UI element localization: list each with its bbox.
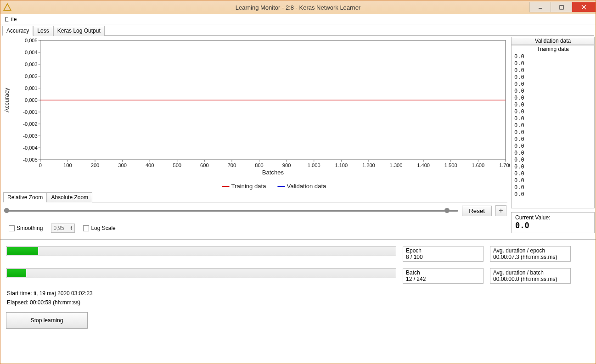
data-list-item: 0.0: [514, 122, 591, 129]
svg-text:Training data: Training data: [231, 183, 267, 190]
side-tab-training[interactable]: Training data: [511, 45, 595, 53]
svg-text:0,004: 0,004: [25, 50, 38, 55]
smoothing-spinner[interactable]: 0,95 ▲▼: [51, 224, 75, 233]
svg-text:300: 300: [118, 162, 127, 168]
epoch-label: Epoch: [406, 247, 480, 254]
data-list-item: 0.0: [514, 184, 591, 191]
start-time: Start time: ti, 19 maj 2020 03:02:23: [6, 290, 590, 297]
zoom-tabs: Relative Zoom Absolute Zoom: [3, 192, 507, 202]
window-title: Learning Monitor - 2:8 - Keras Network L…: [0, 4, 596, 11]
svg-text:0,003: 0,003: [25, 62, 38, 67]
avg-batch-label: Avg. duration / batch: [493, 269, 568, 276]
svg-text:0,002: 0,002: [25, 73, 38, 79]
svg-text:0,000: 0,000: [25, 97, 38, 103]
tab-loss[interactable]: Loss: [33, 26, 53, 36]
svg-text:900: 900: [282, 162, 291, 168]
data-list-item: 0.0: [514, 143, 591, 150]
tab-keras-log[interactable]: Keras Log Output: [53, 26, 105, 36]
svg-text:400: 400: [146, 162, 154, 168]
tab-accuracy[interactable]: Accuracy: [2, 26, 33, 36]
titlebar: Learning Monitor - 2:8 - Keras Network L…: [0, 0, 596, 14]
svg-text:-0,002: -0,002: [23, 121, 37, 127]
menu-file[interactable]: File: [2, 15, 22, 23]
stop-learning-button[interactable]: Stop learning: [6, 312, 88, 329]
reset-zoom-button[interactable]: Reset: [462, 206, 492, 216]
batch-value: 12 / 242: [406, 276, 480, 282]
svg-rect-2: [560, 6, 563, 9]
expand-button[interactable]: +: [495, 205, 506, 216]
svg-text:1.000: 1.000: [308, 162, 320, 168]
current-value-box: Current Value: 0.0: [511, 212, 595, 233]
data-list-item: 0.0: [514, 163, 591, 170]
svg-text:0: 0: [39, 162, 42, 168]
data-list-item: 0.0: [514, 95, 591, 101]
data-list-item: 0.0: [514, 115, 591, 122]
spinner-arrows-icon: ▲▼: [70, 226, 73, 230]
svg-text:500: 500: [173, 162, 182, 168]
smoothing-value: 0,95: [53, 225, 64, 231]
current-value: 0.0: [515, 221, 590, 230]
zoom-slider[interactable]: [4, 209, 458, 212]
svg-text:Accuracy: Accuracy: [3, 88, 10, 112]
data-list-item: 0.0: [514, 67, 591, 74]
data-list-item: 0.0: [514, 74, 591, 81]
data-list-item: 0.0: [514, 170, 591, 177]
svg-text:-0,001: -0,001: [23, 109, 37, 115]
data-list-item: 0.0: [514, 101, 591, 108]
epoch-progress-bar: [6, 246, 396, 256]
data-list-item: 0.0: [514, 88, 591, 95]
batch-progress-bar: [6, 268, 396, 278]
app-window: Learning Monitor - 2:8 - Keras Network L…: [0, 0, 596, 364]
epoch-info: Epoch 8 / 100: [403, 246, 484, 262]
data-list-item: 0.0: [514, 60, 591, 67]
checkbox-icon: [9, 225, 15, 231]
tab-absolute-zoom[interactable]: Absolute Zoom: [47, 192, 92, 202]
logscale-label: Log Scale: [91, 225, 115, 231]
epoch-value: 8 / 100: [406, 254, 480, 260]
data-list-item: 0.0: [514, 108, 591, 115]
svg-text:800: 800: [255, 162, 264, 168]
data-values-list[interactable]: 0.00.00.00.00.00.00.00.00.00.00.00.00.00…: [511, 53, 595, 208]
svg-text:200: 200: [91, 162, 100, 168]
data-list-item: 0.0: [514, 177, 591, 184]
batch-progress-fill: [7, 269, 26, 277]
avg-epoch-label: Avg. duration / epoch: [493, 247, 568, 254]
svg-text:1.700: 1.700: [499, 162, 510, 168]
data-list-item: 0.0: [514, 150, 591, 157]
close-button[interactable]: [572, 2, 596, 12]
svg-text:Batches: Batches: [262, 169, 284, 176]
svg-text:0,001: 0,001: [25, 85, 38, 91]
data-list-item: 0.0: [514, 81, 591, 88]
plot-area: -0,005-0,004-0,003-0,002-0,0010,0000,001…: [3, 38, 510, 190]
zoom-slider-thumb-left[interactable]: [4, 208, 9, 213]
batch-label: Batch: [406, 269, 480, 276]
avg-epoch-value: 00:00:07.3 (hh:mm:ss.ms): [493, 254, 568, 260]
current-value-label: Current Value:: [515, 214, 590, 221]
maximize-button[interactable]: [551, 2, 572, 12]
zoom-slider-thumb-right[interactable]: [444, 208, 450, 213]
elapsed-time: Elapsed: 00:00:58 (hh:mm:ss): [6, 299, 590, 306]
logscale-checkbox[interactable]: Log Scale: [83, 225, 115, 231]
svg-text:1.500: 1.500: [444, 162, 457, 168]
svg-text:-0,004: -0,004: [23, 145, 37, 151]
avg-batch-info: Avg. duration / batch 00:00:00.0 (hh:mm:…: [490, 268, 571, 284]
data-list-item: 0.0: [514, 157, 591, 163]
svg-text:1.600: 1.600: [472, 162, 484, 168]
minimize-button[interactable]: [529, 2, 551, 12]
smoothing-checkbox[interactable]: Smoothing: [9, 225, 43, 231]
app-icon: [3, 3, 11, 11]
svg-text:700: 700: [228, 162, 236, 168]
svg-text:1.200: 1.200: [362, 162, 375, 168]
batch-info: Batch 12 / 242: [403, 268, 484, 284]
menubar: File: [0, 14, 596, 24]
svg-text:1.400: 1.400: [417, 162, 430, 168]
data-list-item: 0.0: [514, 136, 591, 143]
side-tab-validation[interactable]: Validation data: [511, 37, 595, 45]
svg-text:100: 100: [63, 162, 72, 168]
svg-text:600: 600: [200, 162, 209, 168]
svg-text:1.300: 1.300: [390, 162, 403, 168]
svg-text:0,005: 0,005: [25, 38, 38, 43]
avg-batch-value: 00:00:00.0 (hh:mm:ss.ms): [493, 276, 568, 282]
tab-relative-zoom[interactable]: Relative Zoom: [3, 192, 47, 202]
accuracy-chart: -0,005-0,004-0,003-0,002-0,0010,0000,001…: [0, 36, 510, 192]
